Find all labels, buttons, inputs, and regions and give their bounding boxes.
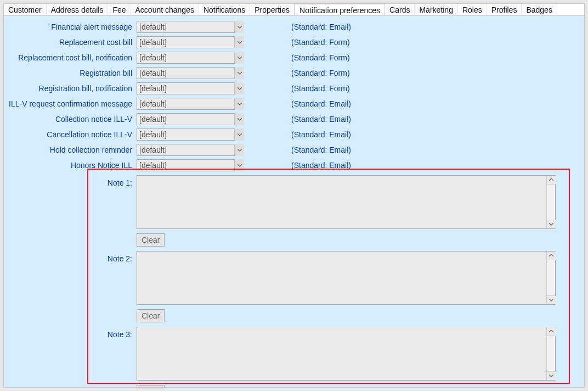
select-value[interactable]: [default]: [137, 144, 244, 156]
pref-row: Replacement cost bill[default](Standard:…: [4, 35, 584, 50]
pref-row: ILL-V request confirmation message[defau…: [4, 96, 584, 111]
clear-row: Clear: [4, 309, 584, 322]
pref-label: Collection notice ILL-V: [4, 115, 137, 124]
clear-row: Clear: [4, 385, 584, 387]
select-value[interactable]: [default]: [137, 98, 244, 110]
tab-badges[interactable]: Badges: [522, 4, 557, 15]
chevron-down-icon[interactable]: [234, 21, 244, 33]
scroll-down-icon[interactable]: [547, 220, 556, 228]
tab-cards[interactable]: Cards: [385, 4, 415, 15]
chevron-down-icon[interactable]: [234, 67, 244, 79]
pref-select[interactable]: [default]: [137, 21, 244, 33]
clear-button[interactable]: Clear: [137, 385, 165, 387]
tab-label: Properties: [255, 5, 290, 14]
pref-row: Cancellation notice ILL-V[default](Stand…: [4, 127, 584, 142]
tab-roles[interactable]: Roles: [458, 4, 487, 15]
pref-standard-text: (Standard: Form): [291, 84, 350, 93]
note-textarea[interactable]: [137, 327, 546, 380]
scrollbar[interactable]: [546, 176, 555, 228]
tab-customer[interactable]: Customer: [4, 4, 47, 15]
chevron-down-icon[interactable]: [234, 159, 244, 171]
tab-properties[interactable]: Properties: [250, 4, 295, 15]
chevron-down-icon[interactable]: [234, 129, 244, 141]
pref-standard-text: (Standard: Email): [291, 161, 351, 170]
pref-select[interactable]: [default]: [137, 98, 244, 110]
chevron-down-icon[interactable]: [234, 98, 244, 110]
pref-standard-text: (Standard: Form): [291, 53, 350, 62]
note-label: Note 2:: [4, 251, 137, 263]
chevron-down-icon[interactable]: [234, 113, 244, 125]
note-textarea[interactable]: [137, 176, 546, 228]
pref-label: Registration bill: [4, 69, 137, 77]
tab-address-details[interactable]: Address details: [47, 4, 109, 15]
pref-label: Hold collection reminder: [4, 146, 137, 154]
pref-row: Registration bill, notification[default]…: [4, 81, 584, 96]
tab-label: Notifications: [203, 5, 245, 14]
tab-fee[interactable]: Fee: [108, 4, 131, 15]
chevron-down-icon[interactable]: [234, 82, 244, 94]
select-value[interactable]: [default]: [137, 113, 244, 125]
pref-standard-text: (Standard: Email): [291, 130, 351, 139]
scroll-down-icon[interactable]: [547, 371, 556, 380]
select-value[interactable]: [default]: [137, 36, 244, 48]
pref-label: Registration bill, notification: [4, 84, 137, 93]
note-textarea[interactable]: [137, 252, 546, 304]
pref-select[interactable]: [default]: [137, 129, 244, 141]
tab-account-changes[interactable]: Account changes: [131, 4, 199, 15]
scroll-up-icon[interactable]: [547, 252, 556, 260]
pref-select[interactable]: [default]: [137, 52, 244, 64]
pref-label: Financial alert message: [4, 23, 137, 31]
pref-standard-text: (Standard: Email): [291, 146, 351, 154]
clear-button[interactable]: Clear: [137, 309, 165, 322]
notification-prefs-panel: Financial alert message[default](Standar…: [4, 16, 584, 387]
tab-notifications[interactable]: Notifications: [199, 4, 250, 15]
tabs-bar: CustomerAddress detailsFeeAccount change…: [4, 4, 584, 16]
tab-label: Notification preferences: [299, 6, 380, 15]
note-block: Note 2:: [4, 251, 584, 305]
tab-profiles[interactable]: Profiles: [487, 4, 522, 15]
pref-row: Collection notice ILL-V[default](Standar…: [4, 111, 584, 127]
pref-select[interactable]: [default]: [137, 144, 244, 156]
chevron-down-icon[interactable]: [234, 144, 244, 156]
tab-marketing[interactable]: Marketing: [415, 4, 457, 15]
scroll-up-icon[interactable]: [547, 176, 556, 185]
select-value[interactable]: [default]: [137, 67, 244, 79]
pref-row: Replacement cost bill, notification[defa…: [4, 50, 584, 65]
clear-row: Clear: [4, 233, 584, 247]
pref-row: Registration bill[default](Standard: For…: [4, 65, 584, 81]
note-block: Note 1:: [4, 175, 584, 229]
pref-standard-text: (Standard: Form): [291, 69, 350, 77]
tab-label: Marketing: [419, 5, 453, 14]
pref-select[interactable]: [default]: [137, 82, 244, 94]
select-value[interactable]: [default]: [137, 159, 244, 171]
tab-label: Profiles: [491, 5, 517, 14]
chevron-down-icon[interactable]: [234, 36, 244, 48]
scrollbar[interactable]: [546, 252, 555, 304]
select-value[interactable]: [default]: [137, 21, 244, 33]
pref-label: Replacement cost bill: [4, 38, 137, 47]
clear-button[interactable]: Clear: [137, 233, 165, 247]
pref-row: Hold collection reminder[default](Standa…: [4, 142, 584, 158]
note-label: Note 3:: [4, 327, 137, 339]
scrollbar[interactable]: [546, 327, 555, 380]
select-value[interactable]: [default]: [137, 82, 244, 94]
pref-row: Honors Notice ILL[default](Standard: Ema…: [4, 158, 584, 173]
pref-standard-text: (Standard: Email): [291, 23, 351, 31]
note-label: Note 1:: [4, 175, 137, 187]
pref-select[interactable]: [default]: [137, 113, 244, 125]
scroll-down-icon[interactable]: [547, 295, 556, 304]
scroll-up-icon[interactable]: [547, 327, 556, 336]
pref-select[interactable]: [default]: [137, 67, 244, 79]
pref-select[interactable]: [default]: [137, 36, 244, 48]
pref-label: Honors Notice ILL: [4, 161, 137, 170]
pref-label: Replacement cost bill, notification: [4, 53, 137, 62]
tab-notification-preferences[interactable]: Notification preferences: [295, 4, 385, 15]
chevron-down-icon[interactable]: [234, 52, 244, 64]
note-textarea-wrap: [137, 175, 556, 229]
pref-select[interactable]: [default]: [137, 159, 244, 171]
note-textarea-wrap: [137, 327, 556, 381]
select-value[interactable]: [default]: [137, 129, 244, 141]
select-value[interactable]: [default]: [137, 52, 244, 64]
tab-label: Badges: [526, 5, 552, 14]
note-block: Note 3:: [4, 327, 584, 381]
